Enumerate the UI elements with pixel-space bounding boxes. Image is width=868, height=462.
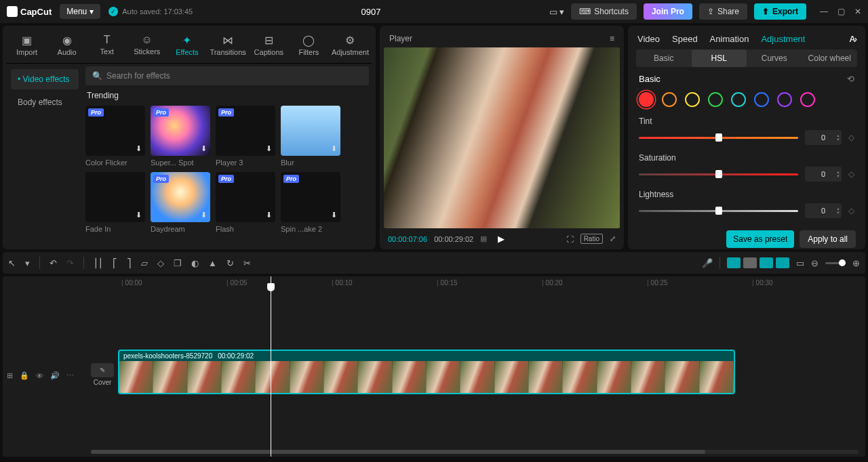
sidebar-item-video-effects[interactable]: • Video effects [11, 69, 79, 89]
redo-icon[interactable]: ↷ [66, 258, 74, 268]
lightness-value[interactable]: 0▲▼ [805, 203, 842, 218]
zoom-out-icon[interactable]: ⊖ [811, 258, 818, 268]
snap-btn-4[interactable] [776, 257, 789, 268]
tab-transitions[interactable]: ⋈Transitions [207, 30, 248, 60]
spinner-icon[interactable]: ▲▼ [836, 203, 840, 218]
effect-card[interactable]: Pro⬇Super... Spot [151, 106, 210, 167]
cursor-tool-icon[interactable]: ↖ [8, 258, 16, 268]
trim-left-icon[interactable]: ⎡ [113, 258, 117, 268]
keyframe-icon[interactable]: ◇ [848, 169, 854, 179]
download-icon[interactable]: ⬇ [136, 144, 142, 153]
effect-card[interactable]: Pro⬇Daydream [151, 172, 210, 233]
snap-btn-2[interactable] [743, 257, 757, 268]
color-swatch[interactable] [708, 92, 723, 107]
fullscreen-icon[interactable]: ⤢ [610, 234, 616, 243]
timeline-ruler[interactable]: 00:0000:0500:1000:1500:2000:2500:30 [3, 276, 865, 290]
grid-icon[interactable]: ▦ [480, 234, 487, 243]
download-icon[interactable]: ⬇ [201, 144, 207, 153]
tab-video[interactable]: Video [637, 34, 660, 44]
ratio-button[interactable]: Ratio [580, 234, 603, 244]
rotate-icon[interactable]: ↻ [226, 258, 234, 268]
download-icon[interactable]: ⬇ [136, 211, 142, 219]
more-tabs-icon[interactable]: A› [849, 34, 856, 44]
join-pro-button[interactable]: Join Pro [644, 3, 692, 20]
tab-speed[interactable]: Speed [672, 34, 698, 44]
subtab-curves[interactable]: Curves [747, 49, 802, 67]
undo-icon[interactable]: ↶ [50, 258, 57, 268]
download-icon[interactable]: ⬇ [201, 211, 207, 219]
spinner-icon[interactable]: ▲▼ [836, 167, 840, 182]
player-viewport[interactable] [384, 47, 620, 228]
playhead[interactable] [271, 276, 271, 457]
player-menu-icon[interactable]: ≡ [610, 34, 614, 43]
timeline[interactable]: 00:0000:0500:1000:1500:2000:2500:30 ⊞ 🔒 … [3, 276, 865, 457]
color-swatch[interactable] [731, 92, 746, 107]
sidebar-item-body-effects[interactable]: Body effects [11, 92, 79, 112]
color-swatch[interactable] [754, 92, 769, 107]
zoom-slider[interactable] [825, 262, 846, 264]
search-input[interactable]: 🔍 Search for effects [85, 66, 369, 85]
crop-icon[interactable]: ✂ [243, 258, 251, 268]
zoom-in-icon[interactable]: ⊕ [852, 258, 860, 268]
effect-card[interactable]: ⬇Fade In [85, 172, 145, 233]
split-icon[interactable]: ⎮⎮ [94, 258, 103, 268]
subtab-basic[interactable]: Basic [636, 49, 692, 67]
snap-btn-1[interactable] [727, 257, 741, 268]
color-swatch[interactable] [777, 92, 792, 107]
project-title[interactable]: 0907 [201, 7, 540, 17]
track-lock-icon[interactable]: 🔒 [20, 371, 29, 380]
download-icon[interactable]: ⬇ [266, 144, 272, 153]
spinner-icon[interactable]: ▲▼ [836, 130, 840, 145]
tab-import[interactable]: ▣Import [7, 30, 47, 60]
tab-effects[interactable]: ✦Effects [167, 30, 207, 60]
download-icon[interactable]: ⬇ [266, 211, 272, 219]
tab-text[interactable]: TText [87, 30, 127, 60]
effect-card[interactable]: Pro⬇Flash [216, 172, 275, 233]
color-swatch[interactable] [662, 92, 677, 107]
effect-card[interactable]: ⬇Blur [281, 106, 340, 167]
effect-card[interactable]: Pro⬇Spin ...ake 2 [281, 172, 340, 233]
track-mute-icon[interactable]: 🔊 [50, 371, 60, 380]
saturation-value[interactable]: 0▲▼ [805, 167, 842, 182]
color-swatch[interactable] [639, 92, 654, 107]
lightness-slider[interactable] [639, 210, 798, 212]
tab-filters[interactable]: ◯Filters [289, 30, 329, 60]
mic-icon[interactable]: 🎤 [702, 258, 713, 268]
effect-card[interactable]: Pro⬇Color Flicker [85, 106, 145, 167]
video-clip[interactable]: pexels-koolshooters-8529720 00:00:29:02 [118, 350, 735, 394]
reverse-icon[interactable]: ◐ [191, 258, 199, 268]
color-swatch[interactable] [800, 92, 815, 107]
subtab-colorwheel[interactable]: Color wheel [802, 49, 858, 67]
maximize-icon[interactable]: ▢ [837, 7, 845, 16]
tab-animation[interactable]: Animation [710, 34, 749, 44]
save-preset-button[interactable]: Save as preset [726, 230, 794, 248]
download-icon[interactable]: ⬇ [331, 211, 337, 219]
tint-value[interactable]: 0▲▼ [805, 130, 842, 145]
tab-adjustment[interactable]: ⚙Adjustment [329, 30, 372, 60]
saturation-slider[interactable] [639, 173, 798, 175]
effect-card[interactable]: Pro⬇Player 3 [216, 106, 275, 167]
scrollbar-thumb[interactable] [91, 450, 705, 454]
track-visible-icon[interactable]: 👁 [36, 372, 43, 380]
mirror-icon[interactable]: ▲ [208, 258, 217, 268]
apply-all-button[interactable]: Apply to all [800, 230, 856, 248]
share-button[interactable]: ⇪ Share [699, 3, 747, 20]
delete-icon[interactable]: ▱ [141, 258, 148, 268]
snap-btn-3[interactable] [760, 257, 773, 268]
track-add-icon[interactable]: ⊞ [7, 371, 13, 380]
dropdown-icon[interactable]: ▾ [25, 258, 30, 268]
tab-audio[interactable]: ◉Audio [47, 30, 87, 60]
tint-slider[interactable] [639, 137, 798, 139]
slider-thumb[interactable] [715, 170, 722, 178]
keyframe-icon[interactable]: ◇ [848, 133, 854, 142]
close-icon[interactable]: ✕ [854, 7, 861, 16]
menu-button[interactable]: Menu ▾ [60, 4, 100, 19]
download-icon[interactable]: ⬇ [331, 144, 337, 153]
reset-icon[interactable]: ⟲ [847, 74, 854, 84]
slider-thumb[interactable] [715, 207, 722, 215]
slider-thumb[interactable] [715, 133, 722, 142]
marker-icon[interactable]: ◇ [157, 258, 164, 268]
preview-icon[interactable]: ▭ [796, 258, 804, 268]
cover-button[interactable]: ✎ Cover [91, 363, 114, 386]
track-more-icon[interactable]: ⋯ [66, 371, 74, 380]
